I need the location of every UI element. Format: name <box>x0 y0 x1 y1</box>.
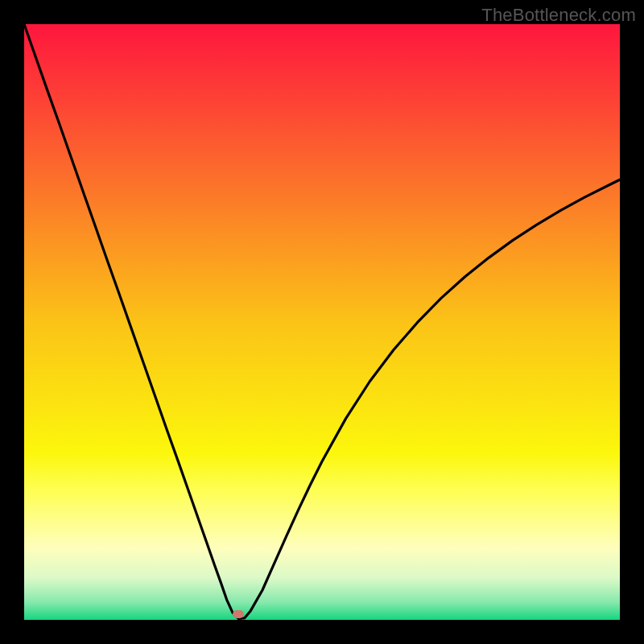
optimum-marker <box>233 610 244 618</box>
plot-area <box>24 24 620 620</box>
gradient-background <box>24 24 620 620</box>
chart-svg <box>24 24 620 620</box>
chart-frame: TheBottleneck.com <box>0 0 644 644</box>
watermark-text: TheBottleneck.com <box>481 5 636 26</box>
